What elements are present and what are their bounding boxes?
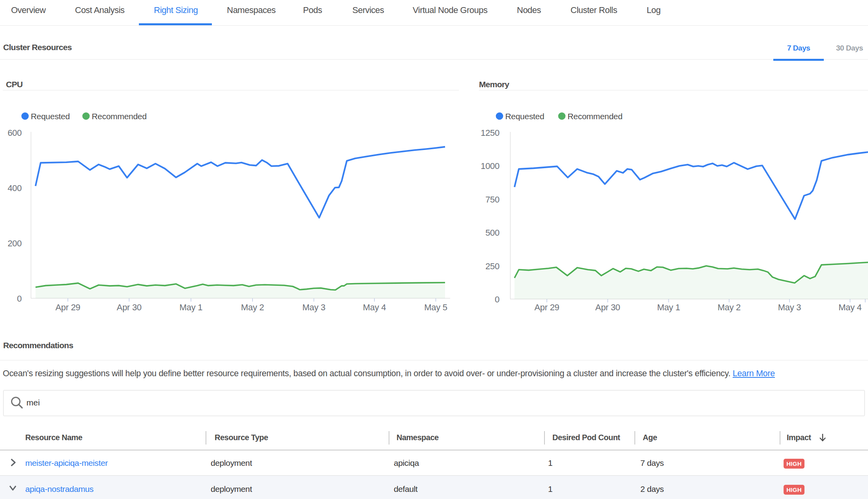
svg-text:Requested: Requested — [31, 112, 70, 121]
svg-text:Recommended: Recommended — [92, 112, 147, 121]
svg-text:Recommended: Recommended — [568, 112, 623, 121]
svg-text:Requested: Requested — [505, 112, 544, 121]
svg-text:Apr 29: Apr 29 — [55, 302, 80, 312]
svg-text:1250: 1250 — [481, 128, 499, 138]
svg-text:May 4: May 4 — [838, 302, 861, 312]
svg-text:0: 0 — [17, 294, 22, 304]
svg-text:1000: 1000 — [481, 161, 499, 171]
svg-text:500: 500 — [485, 228, 499, 238]
svg-text:May 4: May 4 — [363, 302, 386, 312]
svg-text:Apr 30: Apr 30 — [595, 302, 620, 312]
svg-text:400: 400 — [7, 183, 22, 193]
svg-text:750: 750 — [485, 195, 499, 204]
svg-text:May 3: May 3 — [302, 302, 325, 312]
svg-text:May 3: May 3 — [778, 302, 801, 312]
svg-text:Apr 30: Apr 30 — [117, 302, 142, 312]
svg-text:May 5: May 5 — [424, 302, 447, 312]
svg-text:Apr 29: Apr 29 — [534, 302, 559, 312]
svg-text:May 2: May 2 — [718, 302, 741, 312]
svg-text:200: 200 — [7, 238, 22, 248]
svg-text:May 1: May 1 — [657, 302, 680, 312]
svg-text:May 2: May 2 — [241, 302, 264, 312]
svg-text:600: 600 — [7, 128, 22, 138]
svg-text:250: 250 — [485, 261, 499, 271]
svg-text:May 1: May 1 — [180, 302, 202, 312]
svg-text:0: 0 — [495, 295, 499, 304]
